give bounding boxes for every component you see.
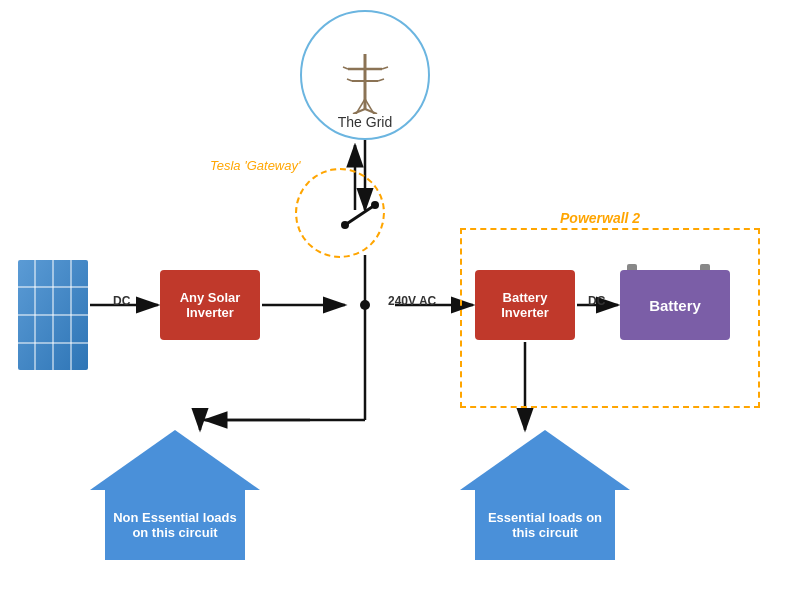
non-essential-house-body: Non Essential loads on this circuit — [105, 490, 245, 560]
dc-label-battery: DC — [588, 294, 605, 308]
essential-house-roof — [460, 430, 630, 490]
non-essential-house-roof — [90, 430, 260, 490]
svg-line-23 — [347, 79, 352, 81]
solar-panel-icon — [18, 260, 88, 370]
dc-label-solar: DC — [113, 294, 130, 308]
essential-house-body: Essential loads on this circuit — [475, 490, 615, 560]
powerwall-label: Powerwall 2 — [560, 210, 640, 226]
svg-point-17 — [360, 300, 370, 310]
grid-tower-icon — [338, 49, 393, 114]
grid-component: The Grid — [300, 10, 430, 140]
svg-line-24 — [378, 79, 384, 81]
non-essential-house: Non Essential loads on this circuit — [90, 430, 260, 560]
battery-inverter-box: Battery Inverter — [475, 270, 575, 340]
svg-line-21 — [343, 67, 348, 69]
solar-inverter-box: Any Solar Inverter — [160, 270, 260, 340]
solar-panel — [18, 260, 88, 370]
gateway-label: Tesla 'Gateway' — [210, 158, 300, 173]
grid-label: The Grid — [338, 114, 392, 130]
battery-box: Battery — [620, 270, 730, 340]
gateway-circle — [295, 168, 385, 258]
essential-house: Essential loads on this circuit — [460, 430, 630, 560]
system-diagram: The Grid Tesla 'Gateway' Powerwall 2 — [0, 0, 802, 602]
svg-line-22 — [382, 67, 388, 69]
ac-label: 240V AC — [388, 294, 436, 308]
